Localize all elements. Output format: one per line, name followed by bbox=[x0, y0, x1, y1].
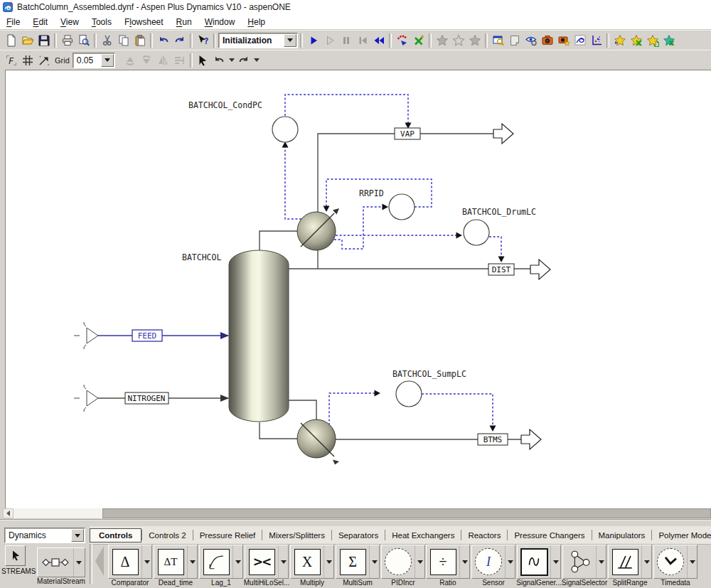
multiply-dropdown[interactable] bbox=[324, 545, 333, 578]
splitrange-dropdown[interactable] bbox=[641, 545, 651, 578]
btms-outlet-arrow[interactable] bbox=[521, 429, 541, 449]
pause-button[interactable] bbox=[338, 33, 354, 48]
find-window-button[interactable] bbox=[490, 33, 506, 48]
run-options-button[interactable] bbox=[394, 33, 410, 48]
materialstream-dropdown-button[interactable] bbox=[73, 548, 83, 577]
undo-dropdown-button[interactable] bbox=[228, 53, 236, 68]
cut-button[interactable] bbox=[99, 33, 115, 48]
lag-1-dropdown[interactable] bbox=[232, 545, 242, 578]
redo-dropdown-button[interactable] bbox=[252, 53, 261, 68]
tab-heat-exchangers[interactable]: Heat Exchangers bbox=[385, 531, 461, 540]
menu-file[interactable]: File bbox=[0, 16, 26, 28]
tab-controls-2[interactable]: Controls 2 bbox=[142, 531, 192, 540]
tab-mixers-splitters[interactable]: Mixers/Splitters bbox=[262, 531, 331, 540]
sumplc-output-line[interactable] bbox=[422, 394, 493, 428]
plot-curve-button[interactable] bbox=[572, 33, 588, 48]
simulation-mode-dropdown-button[interactable] bbox=[71, 529, 84, 542]
grid-size-dropdown-button[interactable] bbox=[101, 54, 114, 67]
zoom-frame-button[interactable]: F bbox=[3, 53, 19, 68]
camera-star-button[interactable] bbox=[555, 33, 572, 48]
sumplc-controller-block[interactable] bbox=[396, 381, 422, 407]
tab-polymer-models[interactable]: Polymer Models bbox=[652, 531, 711, 540]
menu-flowsheet[interactable]: Flowsheet bbox=[118, 16, 170, 28]
reboiler-exchanger-block[interactable] bbox=[297, 419, 339, 465]
vap-outlet-arrow[interactable] bbox=[493, 124, 513, 144]
restart-button[interactable] bbox=[354, 33, 370, 48]
condenser-exchanger-block[interactable] bbox=[297, 208, 339, 250]
tab-separators[interactable]: Separators bbox=[332, 531, 385, 540]
open-file-button[interactable] bbox=[19, 33, 36, 48]
camera-button[interactable] bbox=[539, 33, 555, 48]
copy-button[interactable] bbox=[115, 33, 132, 48]
print-button[interactable] bbox=[59, 33, 75, 48]
dist-outlet-arrow[interactable] bbox=[530, 260, 550, 279]
select-pointer-button[interactable] bbox=[5, 545, 26, 566]
canvas-horizontal-scrollbar[interactable] bbox=[3, 508, 711, 518]
condpc-measure-line[interactable] bbox=[285, 145, 301, 219]
document-curl-button[interactable] bbox=[506, 33, 523, 48]
tab-manipulators[interactable]: Manipulators bbox=[592, 531, 652, 540]
comparator-dropdown[interactable] bbox=[141, 545, 151, 578]
plot-axes-button[interactable] bbox=[588, 33, 604, 48]
star-delete-button[interactable] bbox=[628, 33, 644, 48]
flowsheet-canvas[interactable]: VAP DIST BTMS FEED NITROGEN BATCHCOL_Con… bbox=[5, 70, 711, 508]
dead-time-dropdown[interactable] bbox=[187, 545, 197, 578]
column-to-condenser-line[interactable] bbox=[260, 231, 299, 251]
undo-button[interactable] bbox=[155, 33, 171, 48]
sensor-dropdown[interactable] bbox=[505, 545, 515, 578]
batchcol-column-block[interactable] bbox=[229, 250, 289, 422]
signalselector-dropdown[interactable] bbox=[596, 545, 606, 578]
rrpid-measure-line[interactable] bbox=[334, 207, 384, 249]
snap-to-grid-button[interactable] bbox=[36, 53, 52, 68]
undo-history-button[interactable] bbox=[211, 53, 228, 68]
palette-scroll-left-button[interactable] bbox=[95, 546, 104, 576]
condpc-output-line[interactable] bbox=[285, 95, 408, 125]
redo-button[interactable] bbox=[171, 33, 188, 48]
menu-view[interactable]: View bbox=[54, 16, 85, 28]
sumplc-measure-line[interactable] bbox=[329, 393, 377, 425]
drumlc-output-line[interactable] bbox=[489, 237, 501, 259]
rewind-button[interactable] bbox=[370, 33, 387, 48]
menu-tools[interactable]: Tools bbox=[85, 16, 118, 28]
interrupt-solver-button[interactable] bbox=[410, 33, 427, 48]
new-document-button[interactable] bbox=[3, 33, 19, 48]
run-mode-combobox[interactable]: Initialization bbox=[218, 33, 298, 48]
scrollbar-thumb[interactable] bbox=[102, 508, 711, 518]
menu-edit[interactable]: Edit bbox=[26, 16, 54, 28]
multisum-dropdown[interactable] bbox=[369, 545, 379, 578]
run-mode-dropdown-button[interactable] bbox=[284, 34, 296, 47]
star-compare-button[interactable] bbox=[661, 33, 677, 48]
drumlc-controller-block[interactable] bbox=[464, 220, 489, 245]
pidincr-dropdown[interactable] bbox=[415, 545, 424, 578]
multihilosel-dropdown[interactable] bbox=[278, 545, 288, 578]
model-timedata[interactable]: Timedata bbox=[653, 544, 698, 588]
ratio-dropdown[interactable] bbox=[459, 545, 469, 578]
menu-help[interactable]: Help bbox=[241, 16, 272, 28]
tab-pressure-changers[interactable]: Pressure Changers bbox=[508, 531, 591, 540]
simulation-mode-combobox[interactable]: Dynamics bbox=[4, 528, 85, 543]
save-button[interactable] bbox=[36, 33, 52, 48]
timedata-dropdown[interactable] bbox=[687, 545, 697, 578]
menu-window[interactable]: Window bbox=[198, 16, 242, 28]
boilup-return-line[interactable] bbox=[260, 422, 297, 439]
help-pointer-button[interactable]: ? bbox=[195, 33, 211, 48]
star-refresh-button[interactable] bbox=[644, 33, 661, 48]
select-mode-button[interactable] bbox=[195, 53, 211, 68]
print-preview-button[interactable] bbox=[75, 33, 92, 48]
paste-button[interactable] bbox=[132, 33, 148, 48]
feed-source-symbol[interactable] bbox=[74, 322, 98, 349]
menu-run[interactable]: Run bbox=[170, 16, 198, 28]
column-to-reboiler-line[interactable] bbox=[289, 400, 316, 420]
nitrogen-source-symbol[interactable] bbox=[74, 385, 98, 412]
tab-reactors[interactable]: Reactors bbox=[461, 531, 507, 540]
tab-controls[interactable]: Controls bbox=[90, 528, 141, 542]
signalgenerator-dropdown[interactable] bbox=[550, 545, 560, 578]
run-button[interactable] bbox=[305, 33, 321, 48]
grid-toggle-button[interactable] bbox=[19, 53, 36, 68]
tab-pressure-relief[interactable]: Pressure Relief bbox=[193, 531, 262, 540]
scrollbar-track[interactable] bbox=[14, 508, 102, 518]
redo-history-button[interactable] bbox=[236, 53, 252, 68]
condpc-controller-block[interactable] bbox=[272, 117, 298, 142]
inspect-eye-button[interactable] bbox=[523, 33, 539, 48]
grid-size-combobox[interactable]: 0.05 bbox=[73, 53, 115, 68]
